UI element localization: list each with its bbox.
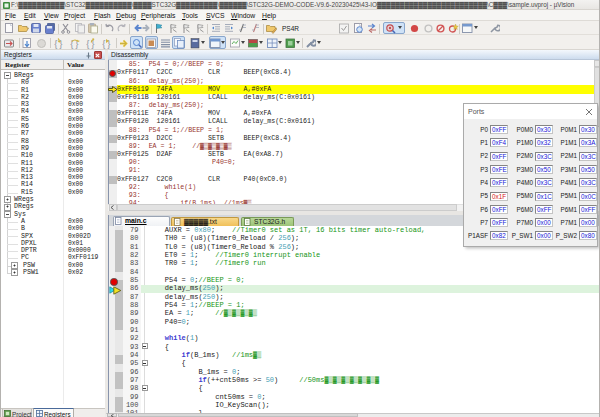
svg-text:{: { bbox=[54, 38, 57, 49]
svg-text:{: { bbox=[102, 38, 105, 49]
svg-text:}: } bbox=[59, 38, 62, 49]
svg-text:}: } bbox=[107, 38, 110, 49]
svg-text:{: { bbox=[70, 38, 73, 49]
svg-text:{: { bbox=[86, 38, 89, 49]
